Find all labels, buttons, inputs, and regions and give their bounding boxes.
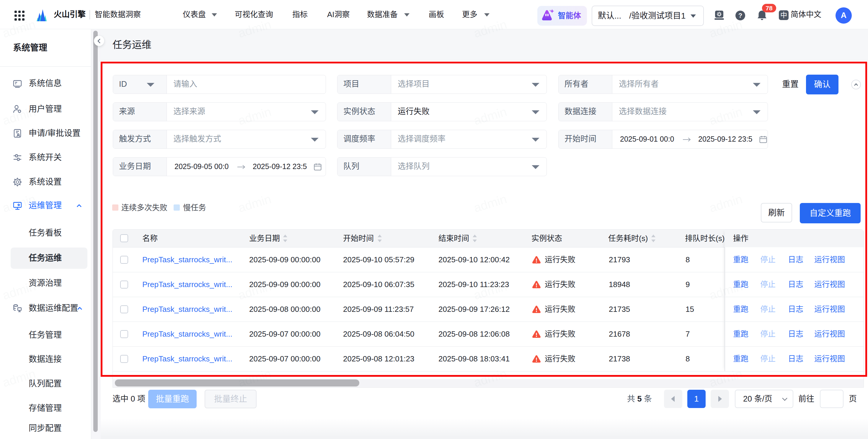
svg-text:?: ?	[738, 12, 742, 19]
